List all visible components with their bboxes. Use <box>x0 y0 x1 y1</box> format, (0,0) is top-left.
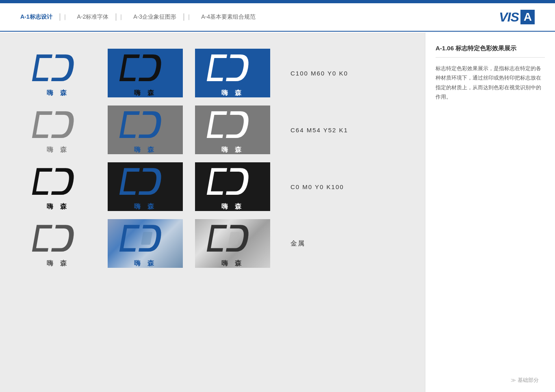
left-panel: 嗨 森 嗨 森 <box>0 32 425 392</box>
logo-box-r3b3: 嗨 森 <box>195 162 270 211</box>
visa-logo: VIS A <box>499 10 535 25</box>
nav-links: A-1标志设计 ｜ A-2标准字体 ｜ A-3企业象征图形 ｜ A-4基本要素组… <box>20 13 263 21</box>
top-bar <box>0 0 555 3</box>
svg-rect-6 <box>54 175 65 187</box>
sidebar-description: 标志特定色彩效果展示，是指标志在特定的各种材质环境下，通过丝印或热转印把标志放在… <box>436 64 545 102</box>
logo-box-r4b2: 嗨 森 <box>108 219 183 268</box>
nav-link-a3[interactable]: A-3企业象征图形 <box>126 13 184 21</box>
logo-box-r4b1: 嗨 森 <box>20 219 95 268</box>
logo-row-2: 嗨 森 嗨 森 <box>20 106 405 154</box>
svg-rect-9 <box>54 232 65 244</box>
nav-link-a1[interactable]: A-1标志设计 <box>20 13 60 21</box>
sidebar-section-title: A-1.06 标志特定色彩效果展示 <box>436 45 545 58</box>
svg-rect-4 <box>141 118 152 131</box>
color-label-row2: C64 M54 Y52 K1 <box>291 127 356 134</box>
svg-rect-8 <box>228 175 240 187</box>
bottom-note: ≫ 基础部分 <box>511 377 539 384</box>
visa-text: VIS <box>499 10 519 25</box>
nav-link-a4[interactable]: A-4基本要素组合规范 <box>194 13 263 21</box>
svg-rect-10 <box>141 232 152 244</box>
color-label-row3: C0 M0 Y0 K100 <box>291 183 356 190</box>
logo-box-r3b2: 嗨 森 <box>108 162 183 211</box>
logo-box-r2b2: 嗨 森 <box>108 106 183 154</box>
visa-box: A <box>520 10 535 24</box>
brand-text-r1b3: 嗨 森 <box>221 89 243 97</box>
logo-row-1: 嗨 森 嗨 森 <box>20 49 405 97</box>
logo-box-r3b1: 嗨 森 <box>20 162 95 211</box>
svg-rect-11 <box>228 232 240 244</box>
brand-text-r1b2: 嗨 森 <box>134 89 156 97</box>
svg-rect-0 <box>54 61 65 74</box>
svg-rect-2 <box>228 61 240 74</box>
right-sidebar: A-1.06 标志特定色彩效果展示 标志特定色彩效果展示，是指标志在特定的各种材… <box>425 32 555 392</box>
nav-header: A-1标志设计 ｜ A-2标准字体 ｜ A-3企业象征图形 ｜ A-4基本要素组… <box>0 3 555 32</box>
svg-rect-3 <box>54 118 65 131</box>
logo-box-r1b3: 嗨 森 <box>195 49 270 97</box>
logo-box-r1b1: 嗨 森 <box>20 49 95 97</box>
brand-text-r4b1: 嗨 森 <box>47 259 69 268</box>
logo-row-3: 嗨 森 嗨 森 <box>20 162 405 211</box>
color-label-row4: 金属 <box>291 239 356 248</box>
brand-text-r4b3: 嗨 森 <box>221 259 243 268</box>
logo-box-r2b3: 嗨 森 <box>195 106 270 154</box>
logo-box-r1b2: 嗨 森 <box>108 49 183 97</box>
brand-text-r3b2: 嗨 森 <box>134 202 156 211</box>
logo-box-r2b1: 嗨 森 <box>20 106 95 154</box>
brand-text-r4b2: 嗨 森 <box>134 259 156 268</box>
brand-text-r2b3: 嗨 森 <box>221 146 243 154</box>
brand-text-r3b1: 嗨 森 <box>47 202 69 211</box>
brand-text-r2b1: 嗨 森 <box>47 146 69 154</box>
logo-box-r4b3: 嗨 森 <box>195 219 270 268</box>
brand-text-r2b2: 嗨 森 <box>134 146 156 154</box>
logo-row-4: 嗨 森 嗨 森 <box>20 219 405 268</box>
main-content: 嗨 森 嗨 森 <box>0 32 555 392</box>
brand-text-r3b3: 嗨 森 <box>221 202 243 211</box>
svg-rect-7 <box>141 175 152 187</box>
color-label-row1: C100 M60 Y0 K0 <box>291 70 356 77</box>
svg-rect-5 <box>228 118 240 131</box>
brand-text-r1b1: 嗨 森 <box>47 89 69 97</box>
nav-link-a2[interactable]: A-2标准字体 <box>70 13 117 21</box>
svg-rect-1 <box>141 61 152 74</box>
